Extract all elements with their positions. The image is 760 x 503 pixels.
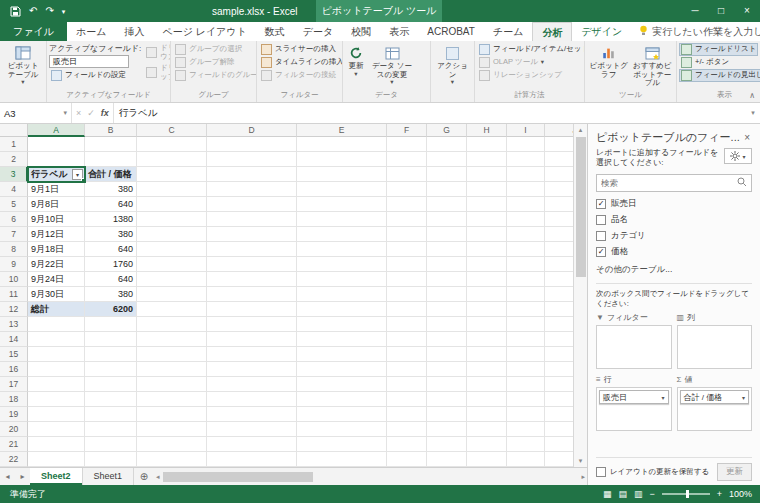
cell-B8[interactable]: 640 bbox=[85, 242, 137, 257]
row-header-1[interactable]: 1 bbox=[0, 137, 28, 152]
tab-デザイン[interactable]: デザイン bbox=[572, 22, 631, 41]
vertical-scrollbar[interactable]: ▴ ▾ bbox=[573, 124, 587, 467]
column-header-E[interactable]: E bbox=[297, 124, 387, 137]
cell-G8[interactable] bbox=[427, 242, 467, 257]
cell-I12[interactable] bbox=[507, 302, 545, 317]
field-chip[interactable]: 合計 / 価格▾ bbox=[680, 390, 750, 404]
group-field-button[interactable]: フィールドのグループ化 bbox=[173, 69, 257, 82]
column-header-I[interactable]: I bbox=[507, 124, 545, 137]
cell-I1[interactable] bbox=[507, 137, 545, 152]
tab-数式[interactable]: 数式 bbox=[256, 22, 294, 41]
column-header-A[interactable]: A bbox=[28, 124, 85, 137]
tab-ACROBAT[interactable]: ACROBAT bbox=[418, 22, 484, 41]
columns-area-items[interactable] bbox=[677, 325, 753, 369]
cell-E15[interactable] bbox=[297, 347, 387, 362]
row-header-14[interactable]: 14 bbox=[0, 332, 28, 347]
cell-H3[interactable] bbox=[467, 167, 507, 182]
cell-E5[interactable] bbox=[297, 197, 387, 212]
cell-E16[interactable] bbox=[297, 362, 387, 377]
cell-E3[interactable] bbox=[297, 167, 387, 182]
recommended-pivottables-button[interactable]: おすすめピボットテーブル bbox=[631, 43, 675, 88]
zoom-level[interactable]: 100% bbox=[729, 489, 752, 499]
cell-J20[interactable] bbox=[545, 422, 573, 437]
cell-H7[interactable] bbox=[467, 227, 507, 242]
cell-H9[interactable] bbox=[467, 257, 507, 272]
cell-B9[interactable]: 1760 bbox=[85, 257, 137, 272]
column-header-D[interactable]: D bbox=[207, 124, 297, 137]
fill-handle[interactable] bbox=[81, 178, 85, 182]
row-header-19[interactable]: 19 bbox=[0, 407, 28, 422]
cell-E7[interactable] bbox=[297, 227, 387, 242]
cell-A20[interactable] bbox=[28, 422, 85, 437]
row-header-10[interactable]: 10 bbox=[0, 272, 28, 287]
field-settings-button[interactable]: フィールドの設定 bbox=[49, 69, 141, 82]
cell-G18[interactable] bbox=[427, 392, 467, 407]
cell-H20[interactable] bbox=[467, 422, 507, 437]
name-box[interactable]: A3 ▾ bbox=[0, 103, 72, 123]
chevron-down-icon[interactable]: ▾ bbox=[63, 109, 67, 117]
cell-B12[interactable]: 6200 bbox=[85, 302, 137, 317]
fields-items-sets-button[interactable]: フィールド/アイテム/セット ▾ bbox=[477, 43, 585, 56]
cell-G10[interactable] bbox=[427, 272, 467, 287]
insert-slicer-button[interactable]: スライサーの挿入 bbox=[259, 43, 338, 56]
cell-G12[interactable] bbox=[427, 302, 467, 317]
refresh-button[interactable]: 更新 ▾ bbox=[345, 43, 367, 77]
cell-A1[interactable] bbox=[28, 137, 85, 152]
row-header-15[interactable]: 15 bbox=[0, 347, 28, 362]
cell-J19[interactable] bbox=[545, 407, 573, 422]
tab-ページ レイアウト[interactable]: ページ レイアウト bbox=[153, 22, 255, 41]
cell-A7[interactable]: 9月12日 bbox=[28, 227, 85, 242]
cell-D17[interactable] bbox=[207, 377, 297, 392]
row-header-11[interactable]: 11 bbox=[0, 287, 28, 302]
cell-C21[interactable] bbox=[137, 437, 207, 452]
cell-G16[interactable] bbox=[427, 362, 467, 377]
cell-G4[interactable] bbox=[427, 182, 467, 197]
cell-F5[interactable] bbox=[387, 197, 427, 212]
cell-H4[interactable] bbox=[467, 182, 507, 197]
cell-D16[interactable] bbox=[207, 362, 297, 377]
cell-B20[interactable] bbox=[85, 422, 137, 437]
cell-I10[interactable] bbox=[507, 272, 545, 287]
cell-A9[interactable]: 9月22日 bbox=[28, 257, 85, 272]
cell-F11[interactable] bbox=[387, 287, 427, 302]
cell-G14[interactable] bbox=[427, 332, 467, 347]
cell-C4[interactable] bbox=[137, 182, 207, 197]
horizontal-scroll-thumb[interactable] bbox=[163, 472, 313, 482]
page-break-view-icon[interactable]: ▥ bbox=[634, 490, 643, 499]
cell-B15[interactable] bbox=[85, 347, 137, 362]
active-field-box[interactable]: 販売日 bbox=[49, 55, 129, 68]
cell-G15[interactable] bbox=[427, 347, 467, 362]
cell-F13[interactable] bbox=[387, 317, 427, 332]
tab-挿入[interactable]: 挿入 bbox=[115, 22, 153, 41]
cell-D6[interactable] bbox=[207, 212, 297, 227]
cell-B18[interactable] bbox=[85, 392, 137, 407]
cell-D14[interactable] bbox=[207, 332, 297, 347]
cell-I8[interactable] bbox=[507, 242, 545, 257]
column-header-F[interactable]: F bbox=[387, 124, 427, 137]
cell-J6[interactable] bbox=[545, 212, 573, 227]
cell-E11[interactable] bbox=[297, 287, 387, 302]
vertical-scroll-thumb[interactable] bbox=[576, 137, 586, 277]
cell-I19[interactable] bbox=[507, 407, 545, 422]
cell-B19[interactable] bbox=[85, 407, 137, 422]
cell-B13[interactable] bbox=[85, 317, 137, 332]
cell-I15[interactable] bbox=[507, 347, 545, 362]
column-header-H[interactable]: H bbox=[467, 124, 507, 137]
cell-I13[interactable] bbox=[507, 317, 545, 332]
cell-D5[interactable] bbox=[207, 197, 297, 212]
cell-E17[interactable] bbox=[297, 377, 387, 392]
relationships-button[interactable]: リレーションシップ bbox=[477, 69, 564, 82]
qat-customize-icon[interactable]: ▾ bbox=[62, 8, 66, 15]
cell-A4[interactable]: 9月1日 bbox=[28, 182, 85, 197]
cell-G6[interactable] bbox=[427, 212, 467, 227]
cell-F1[interactable] bbox=[387, 137, 427, 152]
field-headers-toggle[interactable]: フィールドの見出し bbox=[679, 69, 760, 82]
cell-E1[interactable] bbox=[297, 137, 387, 152]
tab-表示[interactable]: 表示 bbox=[380, 22, 418, 41]
cell-E10[interactable] bbox=[297, 272, 387, 287]
cell-B22[interactable] bbox=[85, 452, 137, 467]
cell-J14[interactable] bbox=[545, 332, 573, 347]
row-header-5[interactable]: 5 bbox=[0, 197, 28, 212]
tab-校閲[interactable]: 校閲 bbox=[342, 22, 380, 41]
redo-icon[interactable]: ↷ bbox=[45, 6, 53, 16]
